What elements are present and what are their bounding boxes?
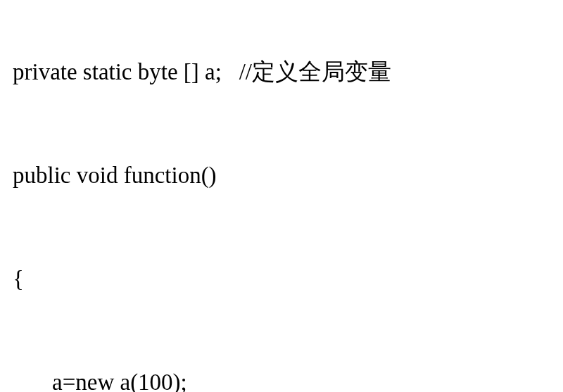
code-text: {	[13, 266, 24, 291]
code-line-brace-open: {	[13, 267, 550, 291]
code-text: private static byte [] a;	[13, 59, 222, 84]
code-snippet: private static byte [] a; //定义全局变量 publi…	[13, 14, 550, 392]
code-text: public void function()	[13, 163, 217, 188]
code-line-assignment: a=new a(100);	[13, 371, 550, 392]
spacer	[222, 59, 239, 84]
code-line-function-signature: public void function()	[13, 164, 550, 187]
code-line-declaration: private static byte [] a; //定义全局变量	[13, 61, 550, 84]
code-text: a=new a(100);	[52, 369, 187, 392]
code-comment: //定义全局变量	[239, 59, 391, 84]
